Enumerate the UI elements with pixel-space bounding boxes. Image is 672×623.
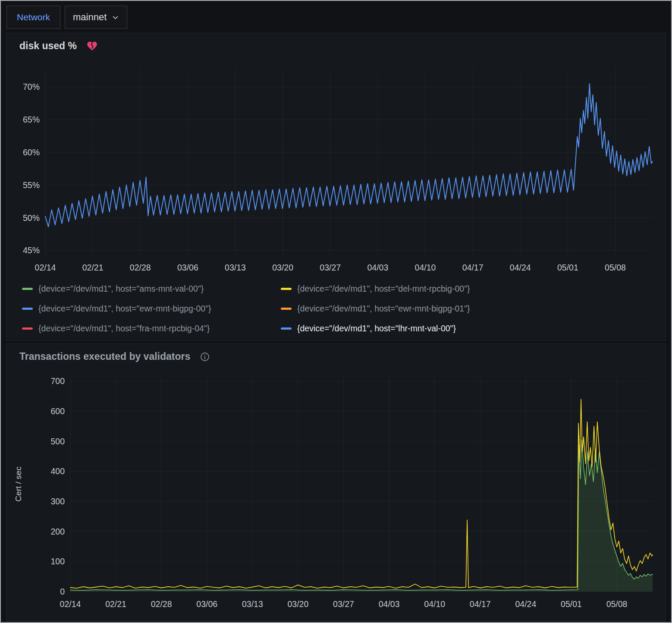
svg-text:03/13: 03/13 [242, 599, 263, 609]
svg-text:03/27: 03/27 [333, 599, 354, 609]
svg-text:02/14: 02/14 [60, 599, 81, 609]
series-label: {device="/dev/md1", host="ams-mnt-val-00… [38, 283, 204, 294]
legend-item[interactable]: {device="/dev/md1", host="lhr-mnt-val-00… [281, 323, 657, 334]
svg-text:02/28: 02/28 [130, 263, 151, 272]
svg-text:100: 100 [50, 557, 65, 566]
svg-text:05/08: 05/08 [605, 263, 626, 272]
svg-text:04/17: 04/17 [470, 599, 491, 609]
disk-panel-header: disk used % [6, 33, 666, 54]
svg-text:05/01: 05/01 [557, 263, 578, 272]
svg-text:02/21: 02/21 [82, 263, 104, 272]
series-label: {device="/dev/md1", host="del-mnt-rpcbig… [297, 283, 470, 294]
disk-used-panel: disk used % 02/1402/2102/2803/0603/1303/… [6, 33, 666, 341]
svg-text:55%: 55% [23, 180, 40, 190]
legend-item[interactable]: {device="/dev/md1", host="ewr-mnt-bigpg-… [281, 303, 657, 314]
svg-text:04/24: 04/24 [515, 599, 536, 609]
disk-used-chart[interactable]: 02/1402/2102/2803/0603/1303/2003/2704/03… [9, 56, 663, 277]
series-color-dash [22, 327, 33, 330]
svg-text:03/20: 03/20 [272, 263, 293, 272]
alert-broken-heart-icon[interactable] [86, 40, 98, 52]
svg-text:03/27: 03/27 [320, 263, 341, 272]
svg-text:400: 400 [50, 466, 65, 476]
svg-text:04/03: 04/03 [367, 263, 388, 272]
series-label: {device="/dev/md1", host="ewr-mnt-bigpg-… [38, 303, 211, 314]
svg-text:04/10: 04/10 [415, 263, 436, 272]
series-label: {device="/dev/md1", host="ewr-mnt-bigpg-… [297, 303, 470, 314]
legend-item[interactable]: {device="/dev/md1", host="ams-mnt-val-00… [22, 283, 281, 294]
svg-text:02/14: 02/14 [35, 263, 56, 272]
info-icon[interactable] [200, 352, 210, 362]
dashboard-variables-bar: Network mainnet [1, 1, 671, 33]
svg-text:04/10: 04/10 [424, 599, 445, 609]
svg-text:300: 300 [50, 497, 65, 506]
series-color-dash [281, 327, 292, 330]
series-label: {device="/dev/md1", host="fra-mnt-rpcbig… [38, 323, 210, 334]
svg-text:70%: 70% [23, 82, 40, 91]
svg-text:65%: 65% [23, 115, 40, 124]
transactions-panel: Transactions executed by validators 02/1… [6, 343, 666, 621]
disk-chart-legend: {device="/dev/md1", host="ams-mnt-val-00… [6, 277, 666, 340]
svg-text:03/06: 03/06 [196, 599, 217, 609]
svg-text:04/03: 04/03 [379, 599, 400, 609]
svg-text:50%: 50% [23, 213, 40, 223]
series-color-dash [22, 288, 33, 290]
series-color-dash [281, 308, 292, 310]
svg-text:0: 0 [60, 587, 65, 596]
svg-text:60%: 60% [23, 148, 40, 157]
svg-text:05/01: 05/01 [561, 599, 582, 609]
svg-text:03/06: 03/06 [177, 263, 198, 272]
svg-text:03/20: 03/20 [288, 599, 309, 609]
svg-text:03/13: 03/13 [225, 263, 246, 272]
svg-text:45%: 45% [23, 245, 40, 255]
svg-text:200: 200 [50, 527, 65, 536]
svg-text:02/21: 02/21 [105, 599, 126, 609]
transactions-panel-header: Transactions executed by validators [6, 344, 666, 365]
network-variable-label: Network [6, 6, 60, 29]
legend-item[interactable]: {device="/dev/md1", host="del-mnt-rpcbig… [281, 283, 657, 294]
svg-text:600: 600 [50, 406, 65, 416]
grafana-dashboard: Network mainnet disk used % 02/1402/2102… [0, 0, 672, 623]
svg-text:700: 700 [50, 376, 65, 386]
transactions-panel-title[interactable]: Transactions executed by validators [19, 351, 190, 362]
network-variable-dropdown[interactable]: mainnet [65, 6, 127, 29]
svg-text:05/08: 05/08 [606, 599, 628, 609]
legend-item[interactable]: {device="/dev/md1", host="fra-mnt-rpcbig… [22, 323, 281, 334]
network-variable-value: mainnet [73, 12, 107, 23]
series-color-dash [281, 288, 292, 290]
svg-text:Cert / sec: Cert / sec [14, 466, 23, 501]
transactions-chart[interactable]: 02/1402/2102/2803/0603/1303/2003/2704/03… [9, 366, 663, 617]
series-label: {device="/dev/md1", host="lhr-mnt-val-00… [297, 323, 456, 334]
svg-text:04/17: 04/17 [462, 263, 484, 272]
disk-panel-title[interactable]: disk used % [19, 40, 77, 52]
series-color-dash [22, 308, 33, 310]
network-label-text: Network [17, 12, 50, 22]
svg-text:04/24: 04/24 [510, 263, 531, 272]
svg-text:02/28: 02/28 [151, 599, 172, 609]
legend-item[interactable]: {device="/dev/md1", host="ewr-mnt-bigpg-… [22, 303, 281, 314]
svg-text:500: 500 [50, 437, 65, 446]
chevron-down-icon [112, 14, 119, 21]
